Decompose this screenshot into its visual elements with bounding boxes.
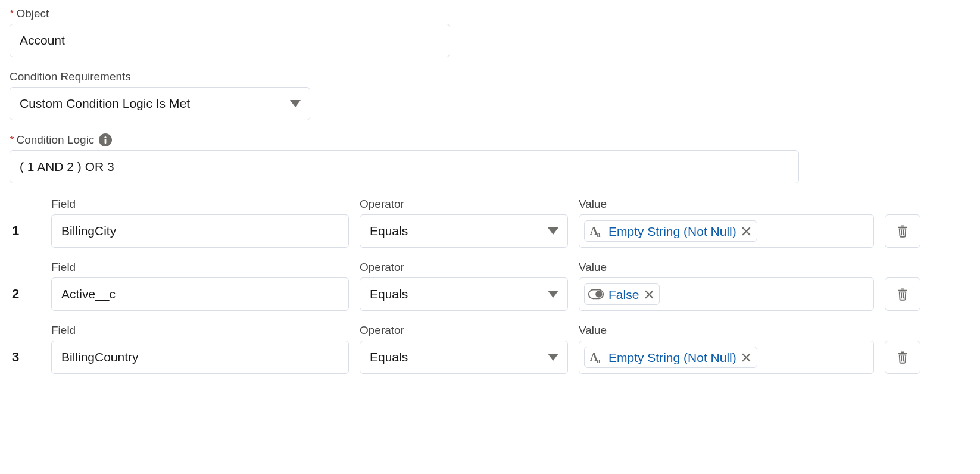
condition-row-number: 2: [10, 277, 40, 311]
condition-value-input[interactable]: False: [579, 277, 874, 311]
required-asterisk: *: [10, 7, 14, 20]
condition-requirements-label: Condition Requirements: [10, 70, 970, 83]
condition-value-input[interactable]: Empty String (Not Null): [579, 214, 874, 248]
field-column-label: Field: [51, 261, 349, 274]
condition-row: 1 Field Operator Value Empty Strin: [10, 198, 970, 248]
object-input[interactable]: [10, 24, 450, 57]
value-pill-text: Empty String (Not Null): [608, 225, 736, 238]
text-icon: [588, 350, 604, 365]
delete-condition-button[interactable]: [885, 214, 920, 248]
condition-requirements-select[interactable]: [10, 87, 310, 120]
svg-rect-3: [105, 139, 107, 144]
condition-logic-label: *Condition Logic: [10, 133, 970, 146]
required-asterisk: *: [10, 133, 14, 146]
value-pill: False: [584, 283, 660, 305]
condition-field-input[interactable]: [51, 214, 349, 248]
delete-condition-button[interactable]: [885, 277, 920, 311]
condition-field-input[interactable]: [51, 341, 349, 374]
remove-value-button[interactable]: [644, 289, 654, 300]
condition-row: 3 Field Operator Value Empty Strin: [10, 324, 970, 374]
object-label: *Object: [10, 7, 970, 20]
condition-logic-input[interactable]: [10, 150, 799, 183]
value-column-label: Value: [579, 198, 874, 211]
operator-column-label: Operator: [360, 324, 568, 337]
value-column-label: Value: [579, 324, 874, 337]
delete-condition-button[interactable]: [885, 341, 920, 374]
remove-value-button[interactable]: [741, 226, 752, 236]
value-pill-text: Empty String (Not Null): [608, 351, 736, 364]
value-pill: Empty String (Not Null): [584, 347, 757, 368]
condition-row-number: 1: [10, 214, 40, 248]
condition-row-number: 3: [10, 341, 40, 374]
field-column-label: Field: [51, 324, 349, 337]
condition-operator-select[interactable]: [360, 341, 568, 374]
value-pill: Empty String (Not Null): [584, 220, 757, 242]
info-icon: [99, 133, 112, 146]
condition-value-input[interactable]: Empty String (Not Null): [579, 341, 874, 374]
condition-operator-select[interactable]: [360, 214, 568, 248]
condition-operator-select[interactable]: [360, 277, 568, 311]
condition-row: 2 Field Operator Value False: [10, 261, 970, 311]
svg-point-2: [105, 136, 107, 138]
remove-value-button[interactable]: [741, 352, 752, 363]
text-icon: [588, 223, 604, 239]
operator-column-label: Operator: [360, 261, 568, 274]
value-pill-text: False: [608, 288, 639, 301]
operator-column-label: Operator: [360, 198, 568, 211]
toggle-icon: [588, 286, 604, 302]
value-column-label: Value: [579, 261, 874, 274]
condition-field-input[interactable]: [51, 277, 349, 311]
field-column-label: Field: [51, 198, 349, 211]
